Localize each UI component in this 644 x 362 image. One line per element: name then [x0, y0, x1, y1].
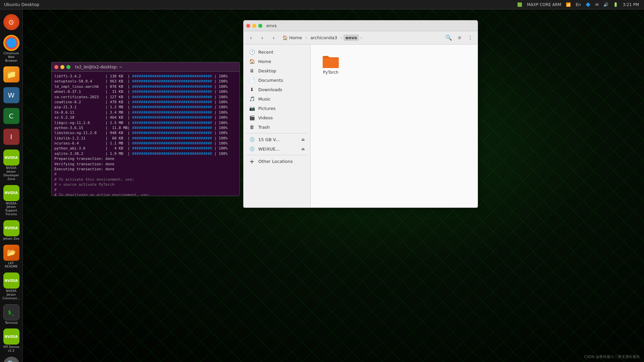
term-line-10: libgcc-ng-11.2.0 | 2.5 MB | ############…	[54, 120, 237, 125]
sidebar-item-desktop[interactable]: 🖥 Desktop	[245, 66, 309, 75]
dock-label-nvidia-support: NVIDIAJetsonSupportForums	[5, 202, 17, 216]
folder-pytorch-icon	[322, 54, 339, 69]
fm-toolbar-right: 🔍 ≡ ⋮	[444, 33, 475, 43]
fm-breadcrumb-archiconda3[interactable]: archiconda3	[308, 35, 339, 41]
dock-label-l4t-readme: L4T-README	[5, 261, 17, 269]
watermark: CSDN @鲁梓最小二乘支撑向量机	[584, 354, 640, 359]
dock-item-search[interactable]: 🔍	[1, 355, 22, 362]
taskbar-right: 🟩 MAXP CORE ARM 📶 En 🔷 ✉ 🔊 🔋 3:21 PM	[516, 2, 640, 7]
sidebar-label-home: Home	[258, 59, 271, 64]
drive2-eject-icon[interactable]: ⏏	[301, 146, 305, 151]
dock-label-vpi-demos: VPI Demosv1.2	[3, 345, 19, 353]
sidebar-item-pictures[interactable]: 📷 Pictures	[245, 104, 309, 113]
dock-item-ubuntu-home[interactable]: ⊙	[1, 13, 22, 32]
taskbar-wifi: 📶	[565, 2, 572, 7]
terminal-maximize-btn[interactable]	[66, 65, 70, 69]
fm-minimize-btn[interactable]	[252, 24, 256, 28]
sidebar-item-drive1[interactable]: 💿 15 GB V... ⏏	[245, 135, 309, 144]
dock-item-nvidia-comms[interactable]: NVIDIA NVIDIAJetsonCommuni...	[1, 271, 22, 301]
dock-item-writer[interactable]: W	[1, 86, 22, 105]
drive1-eject-icon[interactable]: ⏏	[301, 137, 305, 142]
dock-item-vpi-demos[interactable]: NVIDIA VPI Demosv1.2	[1, 327, 22, 354]
fm-sidebar-divider-1	[246, 133, 308, 133]
dock-item-jetson-zoo[interactable]: NVIDIA Jetson Zoo	[1, 219, 22, 242]
sidebar-label-music: Music	[258, 97, 271, 102]
dock-item-impress[interactable]: I	[1, 127, 22, 147]
sidebar-label-desktop: Desktop	[258, 68, 276, 73]
home-icon: 🏠	[249, 58, 255, 64]
sidebar-label-downloads: Downloads	[258, 87, 282, 92]
dock-item-chromium[interactable]: 🌐 ChromiumWeb Browser	[1, 34, 22, 64]
sidebar-label-videos: Videos	[258, 115, 273, 120]
dock: ⊙ 🌐 ChromiumWeb Browser 📁 W C	[0, 9, 23, 362]
dock-item-l4t-readme[interactable]: 📂 L4T-README	[1, 243, 22, 270]
fm-breadcrumb-home[interactable]: 🏠 Home	[280, 35, 304, 41]
fm-breadcrumb: 🏠 Home › archiconda3 › envs ›	[280, 35, 362, 41]
terminal-body[interactable]: libffi-3.4.2 | 138 KB | ################…	[52, 72, 239, 196]
sidebar-item-drive2[interactable]: 💿 WEIXUE... ⏏	[245, 144, 309, 154]
sidebar-label-recent: Recent	[258, 50, 273, 55]
folder-pytorch[interactable]: PyTorch	[317, 51, 344, 77]
terminal-close-btn[interactable]	[54, 65, 58, 69]
fm-title: envs	[266, 23, 277, 28]
fm-toolbar: ‹ › ‹ 🏠 Home › archiconda3 › envs › 🔍 ≡ …	[244, 31, 478, 45]
taskbar-indicators: MAXP CORE ARM	[526, 2, 562, 7]
dock-label-chromium: ChromiumWeb Browser	[2, 52, 21, 62]
fm-sidebar: 🕐 Recent 🏠 Home 🖥 Desktop 📄 Documents ⬇	[244, 45, 311, 207]
dock-item-files[interactable]: 📁	[1, 65, 22, 84]
sidebar-item-trash[interactable]: 🗑 Trash	[245, 122, 309, 132]
drive2-icon: 💿	[249, 146, 255, 152]
term-line-7: pip-21.3.1 | 1.2 MB | ##################…	[54, 105, 237, 110]
drive1-icon: 💿	[249, 136, 255, 142]
sidebar-item-downloads[interactable]: ⬇ Downloads	[245, 85, 309, 94]
fm-search-btn[interactable]: 🔍	[444, 33, 453, 43]
fm-forward-btn[interactable]: ›	[258, 33, 267, 43]
term-line-17: Preparing transaction: done	[54, 156, 237, 161]
taskbar: Ubuntu Desktop 🟩 MAXP CORE ARM 📶 En 🔷 ✉ …	[0, 0, 644, 9]
dock-item-nvidia-support[interactable]: NVIDIA NVIDIAJetsonSupportForums	[1, 184, 22, 218]
recent-icon: 🕐	[249, 49, 255, 55]
fm-breadcrumb-envs[interactable]: envs	[343, 35, 359, 41]
pictures-icon: 📷	[249, 105, 255, 111]
term-line-23: #	[54, 187, 237, 192]
dock-item-terminal[interactable]: $_ Terminal	[1, 303, 22, 326]
fm-up-btn[interactable]: ‹	[269, 33, 278, 43]
sidebar-item-recent[interactable]: 🕐 Recent	[245, 47, 309, 57]
fm-menu-btn[interactable]: ⋮	[466, 33, 475, 43]
sidebar-label-pictures: Pictures	[258, 106, 275, 111]
terminal-minimize-btn[interactable]	[60, 65, 64, 69]
dock-item-calc[interactable]: C	[1, 107, 22, 126]
term-line-9: xz-5.2.10 | 464 KB | ###################…	[54, 115, 237, 120]
fm-maximize-btn[interactable]	[258, 24, 262, 28]
term-line-18: Verifying transaction: done	[54, 162, 237, 167]
sidebar-item-videos[interactable]: 🎬 Videos	[245, 113, 309, 122]
term-line-15: python_abi-3.6 | 4 KB | ################…	[54, 146, 237, 151]
terminal-titlebar: tx2_lei@tx2-desktop: ~	[52, 62, 239, 72]
fm-sidebar-divider-2	[246, 155, 308, 155]
sidebar-item-music[interactable]: 🎵 Music	[245, 94, 309, 104]
sidebar-item-other-locations[interactable]: + Other Locations	[245, 157, 309, 166]
dock-label-terminal: Terminal	[5, 321, 17, 325]
trash-icon: 🗑	[249, 124, 255, 130]
desktop: Ubuntu Desktop 🟩 MAXP CORE ARM 📶 En 🔷 ✉ …	[0, 0, 644, 362]
sidebar-item-documents[interactable]: 📄 Documents	[245, 75, 309, 85]
fm-breadcrumb-sep-3: ›	[360, 36, 362, 40]
taskbar-title: Ubuntu Desktop	[4, 2, 39, 7]
taskbar-mail: ✉	[594, 2, 600, 7]
fm-close-btn[interactable]	[246, 24, 250, 28]
taskbar-lang: En	[575, 2, 582, 7]
dock-label-nvidia-dev: NVIDIAJetsonDeveloperZone	[3, 166, 19, 181]
fm-back-btn[interactable]: ‹	[246, 33, 256, 43]
fm-content[interactable]: PyTorch	[311, 45, 478, 207]
term-line-16: sqlite-3.38.2 | 1.9 MB | ###############…	[54, 151, 237, 156]
sidebar-item-home[interactable]: 🏠 Home	[245, 57, 309, 66]
term-line-21: # To activate this environment, use:	[54, 177, 237, 182]
fm-body: 🕐 Recent 🏠 Home 🖥 Desktop 📄 Documents ⬇	[244, 45, 478, 207]
taskbar-time: 3:21 PM	[622, 2, 640, 7]
term-line-24: # To deactivate an active environment, u…	[54, 192, 237, 196]
term-line-12: libstdcxx-ng-11.2.0 | 948 KB | #########…	[54, 130, 237, 135]
term-line-6: ceadline-8.2 | 470 KB | ################…	[54, 100, 237, 105]
fm-view-list-btn[interactable]: ≡	[455, 33, 464, 43]
downloads-icon: ⬇	[249, 86, 255, 93]
dock-item-nvidia-dev[interactable]: NVIDIA NVIDIAJetsonDeveloperZone	[1, 148, 22, 182]
